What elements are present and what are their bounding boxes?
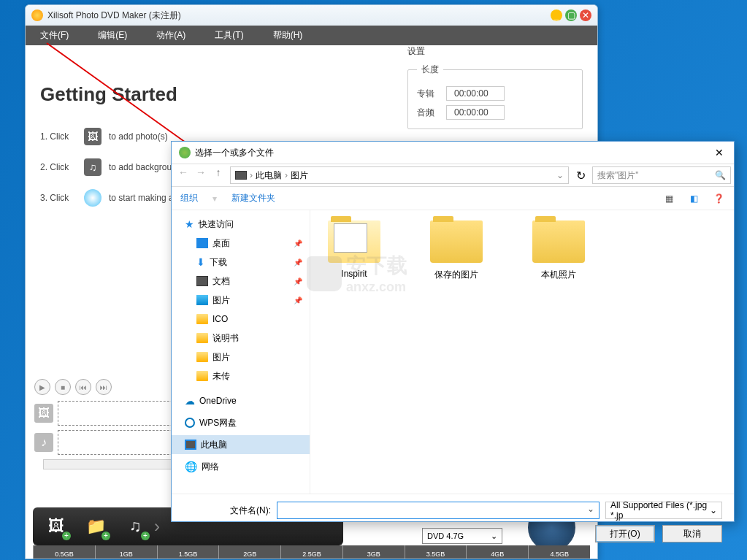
folder-saved-pictures[interactable]: 保存的图片 — [420, 220, 493, 281]
tree-pictures[interactable]: 图片📌 — [172, 291, 310, 310]
tree-documents[interactable]: 文档📌 — [172, 272, 310, 291]
step2-text: to add backgroun — [109, 162, 177, 172]
pictures-icon — [196, 295, 208, 305]
more-actions-chevron-icon[interactable]: › — [154, 516, 160, 537]
pin-icon: 📌 — [294, 239, 302, 248]
pin-icon: 📌 — [294, 258, 302, 266]
close-button[interactable]: ✕ — [580, 9, 591, 21]
menu-action[interactable]: 动作(A) — [156, 29, 185, 42]
download-icon: ⬇ — [196, 256, 205, 268]
tree-manual[interactable]: 说明书 — [172, 329, 310, 348]
network-icon: 🌐 — [185, 461, 197, 472]
app-title: Xilisoft Photo DVD Maker (未注册) — [47, 9, 181, 22]
thispc-icon — [235, 171, 247, 180]
breadcrumb-sep-icon: › — [285, 170, 288, 180]
open-button[interactable]: 打开(O) — [595, 525, 655, 542]
audio-value[interactable]: 00:00:00 — [446, 105, 505, 120]
folder-icon — [196, 314, 208, 324]
tree-pics2[interactable]: 图片 — [172, 348, 310, 367]
star-icon: ★ — [185, 218, 194, 230]
step1-num: 1. Click — [40, 131, 77, 142]
play-button[interactable]: ▶ — [34, 379, 50, 395]
folder-icon — [430, 220, 483, 263]
newfolder-button[interactable]: 新建文件夹 — [231, 192, 275, 204]
step3-num: 3. Click — [40, 193, 77, 203]
tree-untransferred[interactable]: 未传 — [172, 367, 310, 386]
search-icon: 🔍 — [715, 170, 726, 180]
folder-icon — [532, 220, 585, 263]
tree-wps[interactable]: WPS网盘 — [172, 413, 310, 432]
path-bar[interactable]: › 此电脑 › 图片 ⌄ — [230, 166, 569, 184]
app-icon — [31, 9, 43, 21]
tree-desktop[interactable]: 桌面📌 — [172, 234, 310, 253]
menu-file[interactable]: 文件(F) — [40, 29, 69, 42]
tree-downloads[interactable]: ⬇下载📌 — [172, 253, 310, 272]
capacity-ruler: 0.5GB 1GB 1.5GB 2GB 2.5GB 3GB 3.5GB 4GB … — [33, 545, 590, 559]
album-label: 专辑 — [417, 88, 446, 100]
prev-button[interactable]: ⏮ — [75, 379, 91, 395]
step2-num: 2. Click — [40, 162, 77, 172]
file-grid: Inspirit 保存的图片 本机照片 — [310, 210, 734, 494]
add-photo-icon[interactable]: 🖼 — [84, 128, 101, 145]
stop-button[interactable]: ■ — [55, 379, 71, 395]
view-preview-button[interactable]: ◧ — [687, 193, 700, 204]
filetype-filter[interactable]: All Supported Files (*.jpg *.jp⌄ — [605, 502, 722, 519]
tree-quickaccess[interactable]: ★快速访问 — [172, 215, 310, 234]
photo-track-icon: 🖼 — [34, 404, 53, 423]
audio-label: 音频 — [417, 107, 446, 119]
view-thumbnail-button[interactable]: ▦ — [662, 193, 675, 204]
maximize-button[interactable]: ▢ — [565, 9, 577, 21]
add-music-button[interactable]: ♫+ — [122, 514, 148, 539]
dialog-toolbar: 组织 ▾ 新建文件夹 ▦ ◧ ❓ — [172, 187, 734, 210]
breadcrumb-folder[interactable]: 图片 — [291, 169, 308, 182]
document-icon — [196, 276, 208, 286]
breadcrumb-root[interactable]: 此电脑 — [256, 169, 282, 182]
next-button[interactable]: ⏭ — [96, 379, 112, 395]
folder-tree: ★快速访问 桌面📌 ⬇下载📌 文档📌 图片📌 ICO 说明书 图片 未传 ☁On… — [172, 210, 310, 494]
tree-onedrive[interactable]: ☁OneDrive — [172, 391, 310, 410]
add-photo-button[interactable]: 🖼+ — [43, 514, 69, 539]
audio-track-icon: ♪ — [34, 433, 53, 452]
filename-input[interactable] — [277, 502, 599, 519]
dialog-bottom: 文件名(N): All Supported Files (*.jpg *.jp⌄… — [172, 494, 734, 546]
path-chevron-down-icon[interactable]: ⌄ — [556, 170, 564, 180]
file-open-dialog: 选择一个或多个文件 ✕ ← → ↑ › 此电脑 › 图片 ⌄ ↻ 搜索"图片" … — [171, 141, 735, 522]
refresh-button[interactable]: ↻ — [572, 169, 589, 183]
organize-button[interactable]: 组织 — [180, 192, 198, 204]
nav-forward-button[interactable]: → — [192, 166, 210, 184]
search-input[interactable]: 搜索"图片" 🔍 — [592, 166, 731, 184]
folder-camera-roll[interactable]: 本机照片 — [522, 220, 595, 281]
dialog-titlebar: 选择一个或多个文件 ✕ — [172, 142, 734, 164]
settings-label: 设置 — [407, 45, 583, 58]
length-legend: 长度 — [417, 64, 443, 76]
length-fieldset: 长度 专辑 00:00:00 音频 00:00:00 — [407, 64, 583, 129]
album-value[interactable]: 00:00:00 — [446, 86, 505, 101]
chevron-down-icon: ⌄ — [710, 505, 717, 515]
step1-text: to add photo(s) — [109, 131, 168, 142]
nav-back-button[interactable]: ← — [175, 166, 192, 184]
dialog-icon — [179, 147, 191, 158]
add-audio-icon[interactable]: ♫ — [84, 158, 101, 176]
minimize-button[interactable]: _ — [551, 9, 562, 21]
menu-tool[interactable]: 工具(T) — [215, 29, 243, 42]
wps-icon — [185, 418, 195, 428]
make-dvd-icon[interactable] — [84, 189, 101, 207]
add-folder-button[interactable]: 📁+ — [83, 514, 109, 539]
cancel-button[interactable]: 取消 — [662, 525, 722, 542]
thispc-icon — [185, 440, 196, 450]
menu-help[interactable]: 帮助(H) — [273, 29, 303, 42]
tree-ico[interactable]: ICO — [172, 310, 310, 329]
pin-icon: 📌 — [294, 277, 302, 285]
tree-thispc[interactable]: 此电脑 — [172, 435, 310, 454]
menu-edit[interactable]: 编辑(E) — [98, 29, 127, 42]
folder-icon — [328, 220, 380, 263]
folder-inspirit[interactable]: Inspirit — [318, 220, 391, 279]
dialog-close-button[interactable]: ✕ — [712, 147, 727, 158]
folder-icon — [196, 371, 208, 381]
help-button[interactable]: ❓ — [712, 193, 725, 204]
nav-up-button[interactable]: ↑ — [210, 166, 227, 184]
filename-label: 文件名(N): — [183, 505, 271, 517]
tree-network[interactable]: 🌐网络 — [172, 457, 310, 476]
menubar: 文件(F) 编辑(E) 动作(A) 工具(T) 帮助(H) — [26, 26, 597, 45]
folder-icon — [196, 333, 208, 343]
